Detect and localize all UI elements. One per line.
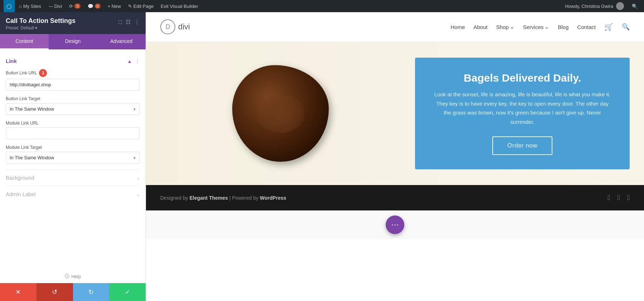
exit-builder-label: Exit Visual Builder xyxy=(161,4,198,9)
divi-icon: ⸻ xyxy=(48,4,53,9)
tab-content[interactable]: Content xyxy=(0,34,49,49)
comments-button[interactable]: 💬 0 xyxy=(85,0,103,12)
button-link-target-field: Button Link Target In The Same Window In… xyxy=(6,96,140,115)
user-avatar xyxy=(616,2,624,10)
wp-logo-button[interactable]: ◯ xyxy=(4,0,15,12)
nav-blog[interactable]: Blog xyxy=(558,24,569,30)
twitter-icon[interactable]:  xyxy=(617,194,620,202)
facebook-icon[interactable]:  xyxy=(608,194,610,202)
admin-label-section-header[interactable]: Admin Label ⌄ xyxy=(6,191,140,197)
wp-icon: ◯ xyxy=(6,4,12,9)
module-link-url-input[interactable] xyxy=(6,127,140,139)
link-section-title: Link xyxy=(6,58,17,64)
hero-section: Bagels Delivered Daily. Look at the suns… xyxy=(146,42,644,185)
site-logo: D divi xyxy=(160,19,190,34)
cta-order-button[interactable]: Order now xyxy=(492,136,552,155)
admin-label-section: Admin Label ⌄ xyxy=(6,186,140,202)
button-link-url-input[interactable] xyxy=(6,79,140,91)
background-section: Background ⌄ xyxy=(6,169,140,186)
edit-page-button[interactable]: ✎ Edit Page xyxy=(125,0,156,12)
link-section-more-icon[interactable]: ⋮ xyxy=(135,58,140,64)
button-link-url-label: Button Link URL xyxy=(6,71,37,76)
panel-preset-selector[interactable]: Preset: Default ▾ xyxy=(6,25,75,30)
panel-title: Call To Action Settings xyxy=(6,17,75,25)
footer-social-icons:    xyxy=(608,194,630,202)
tab-design[interactable]: Design xyxy=(49,34,97,49)
module-link-url-label: Module Link URL xyxy=(6,121,39,126)
new-button[interactable]: + New xyxy=(105,0,124,12)
updates-count: 3 xyxy=(74,4,80,9)
link-section: Link ▲ ⋮ Button Link URL 1 xyxy=(6,58,140,164)
button-link-url-field: Button Link URL 1 xyxy=(6,69,140,91)
nav-home[interactable]: Home xyxy=(450,24,465,30)
settings-panel: Call To Action Settings Preset: Default … xyxy=(0,12,146,301)
panel-expand-icon[interactable]: ☷ xyxy=(126,19,131,25)
footer-wordpress: WordPress xyxy=(260,195,286,201)
action-bar: ✕ ↺ ↻ ✓ xyxy=(0,283,146,301)
module-link-target-select[interactable]: In The Same Window In The New Tab xyxy=(6,152,140,164)
updates-button[interactable]: ⟳ 3 xyxy=(66,0,83,12)
user-greeting[interactable]: Howdy, Christina Gwira xyxy=(562,0,627,12)
tab-bar: Content Design Advanced xyxy=(0,34,146,49)
site-footer: Designed by Elegant Themes | Powered by … xyxy=(146,185,644,210)
pencil-icon: ✎ xyxy=(128,4,132,9)
search-bar-button[interactable]: 🔍 xyxy=(629,0,640,12)
nav-cart-icon[interactable]: 🛒 xyxy=(604,23,613,31)
updates-icon: ⟳ xyxy=(69,4,73,9)
instagram-icon[interactable]:  xyxy=(627,194,630,202)
divi-button[interactable]: ⸻ Divi xyxy=(45,0,65,12)
nav-services[interactable]: Services ⌄ xyxy=(523,24,550,30)
redo-button[interactable]: ↻ xyxy=(73,283,109,301)
my-sites-button[interactable]: ⌂ My Sites xyxy=(16,0,44,12)
nav-contact[interactable]: Contact xyxy=(577,24,596,30)
admin-label-section-title: Admin Label xyxy=(6,191,35,197)
site-nav: Home About Shop ⌄ Services ⌄ Blog Contac xyxy=(450,23,630,31)
services-dropdown-icon: ⌄ xyxy=(545,24,549,30)
comments-icon: 💬 xyxy=(88,4,93,9)
bagel-image xyxy=(232,65,329,162)
module-link-target-field: Module Link Target In The Same Window In… xyxy=(6,145,140,164)
panel-collapse-icon[interactable]: □ xyxy=(118,19,122,25)
wp-admin-bar: ◯ ⌂ My Sites ⸻ Divi ⟳ 3 💬 0 + New ✎ Edit… xyxy=(0,0,644,12)
cancel-button[interactable]: ✕ xyxy=(0,283,36,301)
button-link-target-label: Button Link Target xyxy=(6,96,40,101)
save-icon: ✓ xyxy=(125,288,130,296)
footer-elegant: Elegant Themes xyxy=(190,195,228,201)
home-icon: ⌂ xyxy=(19,4,22,9)
help-icon: ⓘ xyxy=(65,273,69,280)
cancel-icon: ✕ xyxy=(15,288,21,296)
logo-circle: D xyxy=(160,19,175,34)
redo-icon: ↻ xyxy=(88,288,94,296)
help-label: Help xyxy=(71,274,81,279)
button-link-target-select[interactable]: In The Same Window In The New Tab xyxy=(6,103,140,115)
cta-description: Look at the sunset, life is amazing, lif… xyxy=(433,90,612,126)
step-badge: 1 xyxy=(39,69,47,77)
help-row[interactable]: ⓘ Help xyxy=(0,270,146,283)
undo-icon: ↺ xyxy=(52,288,57,296)
cta-title: Bagels Delivered Daily. xyxy=(433,72,612,84)
admin-label-chevron-icon: ⌄ xyxy=(136,192,140,197)
panel-body: Link ▲ ⋮ Button Link URL 1 xyxy=(0,49,146,270)
float-action-button[interactable]: ⋯ xyxy=(386,215,404,234)
link-section-collapse-icon[interactable]: ▲ xyxy=(127,58,132,64)
logo-text: divi xyxy=(178,22,190,31)
nav-search-icon[interactable]: 🔍 xyxy=(622,23,630,31)
module-link-url-field: Module Link URL xyxy=(6,121,140,139)
footer-text: Designed by Elegant Themes | Powered by … xyxy=(160,195,286,201)
nav-about[interactable]: About xyxy=(473,24,487,30)
undo-button[interactable]: ↺ xyxy=(36,283,73,301)
exit-builder-button[interactable]: Exit Visual Builder xyxy=(158,0,201,12)
user-label: Howdy, Christina Gwira xyxy=(565,4,613,9)
save-button[interactable]: ✓ xyxy=(109,283,146,301)
preset-chevron-icon: ▾ xyxy=(35,25,37,30)
nav-shop[interactable]: Shop ⌄ xyxy=(496,24,514,30)
background-section-header[interactable]: Background ⌄ xyxy=(6,175,140,181)
panel-more-icon[interactable]: ⋮ xyxy=(134,19,140,25)
shop-dropdown-icon: ⌄ xyxy=(510,24,514,30)
module-link-target-label: Module Link Target xyxy=(6,145,42,150)
hero-image-area xyxy=(160,65,401,162)
hero-cta-box: Bagels Delivered Daily. Look at the suns… xyxy=(415,58,630,169)
preset-label: Preset: Default xyxy=(6,25,34,30)
tab-advanced[interactable]: Advanced xyxy=(97,34,146,49)
footer-prefix: Designed by xyxy=(160,195,190,201)
